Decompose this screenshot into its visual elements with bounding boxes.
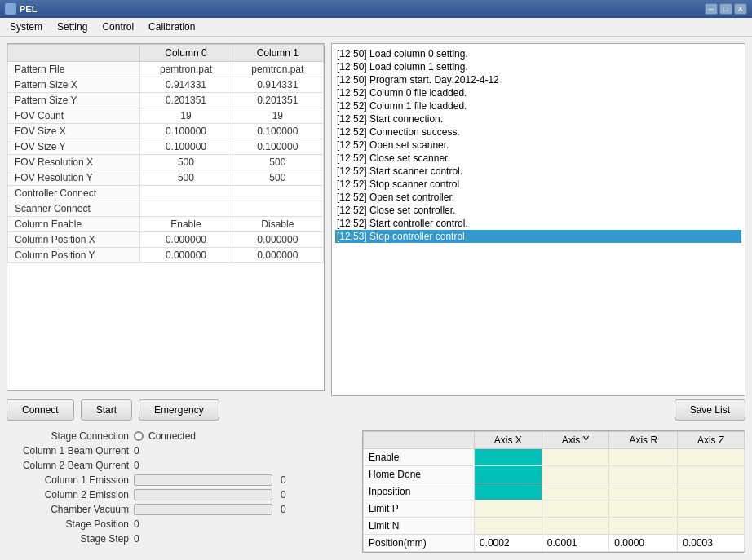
log-entry[interactable]: [12:52] Connection success. xyxy=(335,126,741,139)
axis-cell: 0.0002 xyxy=(474,535,542,552)
close-button[interactable]: ✕ xyxy=(734,3,747,15)
axis-row: Enable xyxy=(364,449,745,466)
save-list-button[interactable]: Save List xyxy=(675,399,745,421)
col2-beam-label: Column 2 Beam Qurrent xyxy=(7,460,129,471)
stage-position-label: Stage Position xyxy=(7,518,129,530)
col2-emission-bar xyxy=(134,489,272,500)
settings-row: Pattern Size X 0.914331 0.914331 xyxy=(8,77,324,93)
settings-row-label: FOV Size Y xyxy=(8,139,140,155)
settings-row: Controller Connect xyxy=(8,186,324,201)
log-panel[interactable]: [12:50] Load column 0 setting.[12:50] Lo… xyxy=(331,43,745,396)
settings-row-col1: 500 xyxy=(232,170,323,186)
axis-row-label: Limit P xyxy=(364,500,475,518)
axis-table: Axis XAxis YAxis RAxis Z EnableHome Done… xyxy=(363,431,745,552)
settings-row: Scanner Connect xyxy=(8,201,324,217)
col1-beam-label: Column 1 Beam Qurrent xyxy=(7,445,129,456)
log-entry[interactable]: [12:50] Program start. Day:2012-4-12 xyxy=(335,73,741,86)
axis-cell xyxy=(678,483,745,500)
settings-row: FOV Resolution Y 500 500 xyxy=(8,170,324,186)
log-entry[interactable]: [12:52] Open set scanner. xyxy=(335,139,741,152)
axis-cell xyxy=(542,483,609,500)
minimize-button[interactable]: ─ xyxy=(705,3,718,15)
log-entry[interactable]: [12:52] Start scanner control. xyxy=(335,165,741,178)
emergency-button[interactable]: Emergency xyxy=(139,399,219,421)
axis-cell xyxy=(474,449,542,466)
menu-system[interactable]: System xyxy=(3,20,49,34)
log-entry[interactable]: [12:52] Start controller control. xyxy=(335,217,741,230)
axis-cell: 0.0001 xyxy=(542,535,609,552)
axis-row-label: Limit N xyxy=(364,518,475,535)
stage-connection-radio xyxy=(134,431,144,441)
status-panel: Stage Connection Connected Column 1 Beam… xyxy=(7,430,349,553)
axis-header: Axis X xyxy=(474,432,542,449)
col-header-label xyxy=(8,45,140,62)
log-entry[interactable]: [12:50] Load column 0 setting. xyxy=(335,47,741,60)
bottom-section: Stage Connection Connected Column 1 Beam… xyxy=(7,427,745,553)
stage-connection-value: Connected xyxy=(148,430,196,442)
settings-row-col1: 0.201351 xyxy=(232,93,323,108)
settings-row-col0: 0.000000 xyxy=(140,232,232,248)
axis-row: Limit P xyxy=(364,500,745,518)
menu-control[interactable]: Control xyxy=(95,20,140,34)
settings-row-label: Column Enable xyxy=(8,217,140,232)
menu-setting[interactable]: Setting xyxy=(51,20,94,34)
settings-row-label: FOV Resolution X xyxy=(8,155,140,170)
col1-emission-row: Column 1 Emission 0 xyxy=(7,474,349,486)
stage-position-row: Stage Position 0 xyxy=(7,518,349,530)
settings-row-col1 xyxy=(232,201,323,217)
settings-row-col0: 0.000000 xyxy=(140,248,232,263)
axis-cell xyxy=(678,518,745,535)
connect-button[interactable]: Connect xyxy=(7,399,74,421)
axis-cell xyxy=(474,500,542,518)
axis-cell xyxy=(542,449,609,466)
chamber-vacuum-value: 0 xyxy=(281,504,286,515)
app-icon xyxy=(5,3,16,15)
log-entry[interactable]: [12:50] Load column 1 setting. xyxy=(335,60,741,73)
log-entry[interactable]: [12:52] Start connection. xyxy=(335,112,741,126)
axis-cell xyxy=(609,500,678,518)
start-button[interactable]: Start xyxy=(81,399,132,421)
axis-cell xyxy=(542,466,609,483)
log-entry[interactable]: [12:52] Stop scanner control xyxy=(335,178,741,191)
settings-table: Column 0 Column 1 Pattern File pemtron.p… xyxy=(7,44,324,263)
settings-row-col0 xyxy=(140,201,232,217)
settings-row-col1: 0.000000 xyxy=(232,248,323,263)
settings-row-col1 xyxy=(232,186,323,201)
axis-header: Axis Y xyxy=(542,432,609,449)
settings-row-col1: Disable xyxy=(232,217,323,232)
settings-row-label: FOV Resolution Y xyxy=(8,170,140,186)
axis-header: Axis R xyxy=(609,432,678,449)
settings-row-col0: 19 xyxy=(140,108,232,124)
col1-emission-bar xyxy=(134,474,272,486)
title-bar-left: PEL xyxy=(5,3,37,15)
log-section: [12:50] Load column 0 setting.[12:50] Lo… xyxy=(331,43,745,421)
settings-row-col1: pemtron.pat xyxy=(232,62,323,77)
settings-row-label: Scanner Connect xyxy=(8,201,140,217)
settings-row: Column Position Y 0.000000 0.000000 xyxy=(8,248,324,263)
col-header-0: Column 0 xyxy=(140,45,232,62)
log-entry[interactable]: [12:52] Open set controller. xyxy=(335,191,741,204)
axis-header: Axis Z xyxy=(678,432,745,449)
col2-emission-row: Column 2 Emission 0 xyxy=(7,489,349,500)
col-header-1: Column 1 xyxy=(232,45,323,62)
title-bar-controls: ─ □ ✕ xyxy=(705,3,747,15)
col2-beam-row: Column 2 Beam Qurrent 0 xyxy=(7,460,349,471)
log-entry[interactable]: [12:53] Stop controller control xyxy=(335,230,741,243)
log-entry[interactable]: [12:52] Column 1 file loadded. xyxy=(335,99,741,112)
settings-row: Pattern Size Y 0.201351 0.201351 xyxy=(8,93,324,108)
axis-cell xyxy=(609,449,678,466)
log-entry[interactable]: [12:52] Column 0 file loadded. xyxy=(335,86,741,99)
settings-row: FOV Size X 0.100000 0.100000 xyxy=(8,124,324,139)
axis-cell xyxy=(474,466,542,483)
log-entry[interactable]: [12:52] Close set controller. xyxy=(335,204,741,217)
maximize-button[interactable]: □ xyxy=(719,3,732,15)
settings-row-label: Column Position Y xyxy=(8,248,140,263)
axis-row: Home Done xyxy=(364,466,745,483)
stage-step-value: 0 xyxy=(134,533,139,545)
left-panel: Column 0 Column 1 Pattern File pemtron.p… xyxy=(7,43,325,421)
log-entry[interactable]: [12:52] Close set scanner. xyxy=(335,152,741,165)
menu-calibration[interactable]: Calibration xyxy=(142,20,201,34)
axis-cell xyxy=(609,518,678,535)
top-section: Column 0 Column 1 Pattern File pemtron.p… xyxy=(7,43,745,421)
settings-row-col1: 0.914331 xyxy=(232,77,323,93)
